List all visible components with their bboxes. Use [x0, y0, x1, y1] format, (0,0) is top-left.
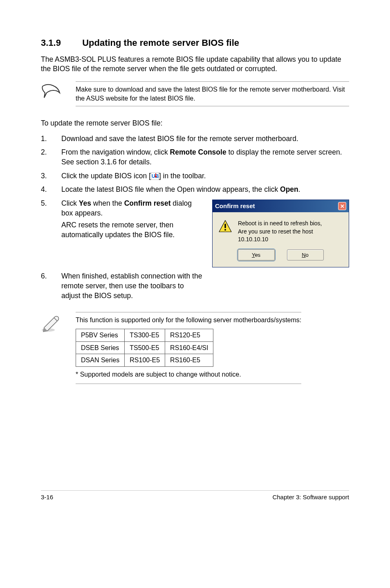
step-2-text-a: From the navigation window, click — [61, 148, 170, 156]
table-row: DSAN Series RS100-E5 RS160-E5 — [76, 354, 213, 367]
table-row: P5BV Series TS300-E5 RS120-E5 — [76, 329, 213, 341]
no-button[interactable]: No — [287, 249, 324, 261]
step-4-text-b: . — [298, 185, 300, 193]
step-2-bold: Remote Console — [170, 148, 226, 156]
step-5-text-b: when the — [91, 199, 124, 207]
step-5-subpara: ARC resets the remote server, then autom… — [61, 220, 204, 240]
step-4-bold: Open — [280, 185, 298, 193]
dialog-msg-line1: Reboot is in need to refresh bios, — [238, 220, 322, 228]
note-text: Make sure to download and save the lates… — [76, 81, 349, 106]
table-row: DSEB Series TS500-E5 RS160-E4/SI — [76, 341, 213, 354]
dialog-msg-line3: 10.10.10.10 — [238, 236, 322, 244]
table-cell: P5BV Series — [76, 329, 125, 341]
step-5-text-a: Click — [61, 199, 79, 207]
support-table: P5BV Series TS300-E5 RS120-E5 DSEB Serie… — [76, 329, 213, 367]
table-cell: DSAN Series — [76, 354, 125, 367]
page-footer: 3-16 Chapter 3: Software support — [41, 490, 349, 501]
dialog-msg-line2: Are you sure to reset the host — [238, 228, 322, 236]
table-cell: RS160-E4/SI — [165, 341, 213, 354]
chapter-label: Chapter 3: Software support — [272, 493, 349, 501]
step-5-bold-confirm: Confirm reset — [124, 199, 171, 207]
svg-rect-3 — [224, 224, 226, 228]
update-bios-icon: UB — [151, 173, 159, 180]
step-3: Click the update BIOS icon [UB] in the t… — [41, 171, 349, 181]
table-footnote: * Supported models are subject to change… — [76, 370, 301, 379]
dialog-titlebar: Confirm reset ✕ — [213, 200, 349, 212]
step-5: Click Yes when the Confirm reset dialog … — [41, 199, 349, 268]
step-6-text: When finished, establish connection with… — [61, 272, 204, 301]
section-number: 3.1.9 — [41, 37, 80, 49]
dialog-message: Reboot is in need to refresh bios, Are y… — [238, 220, 322, 244]
step-4-text-a: Locate the latest BIOS file when the Ope… — [61, 185, 280, 193]
warning-icon — [218, 220, 232, 233]
section-title: Updating the remote server BIOS file — [82, 38, 239, 48]
table-cell: RS100-E5 — [125, 354, 165, 367]
close-icon[interactable]: ✕ — [338, 202, 346, 210]
svg-point-4 — [224, 229, 226, 231]
table-cell: TS500-E5 — [125, 341, 165, 354]
section-heading: 3.1.9 Updating the remote server BIOS fi… — [41, 37, 349, 49]
table-cell: RS120-E5 — [165, 329, 213, 341]
step-3-text-b: ] in the toolbar. — [159, 172, 206, 180]
dialog-title-text: Confirm reset — [215, 202, 255, 210]
table-cell: TS300-E5 — [125, 329, 165, 341]
tip-icon — [41, 84, 61, 99]
confirm-reset-dialog: Confirm reset ✕ Reboot is in need to ref… — [212, 200, 349, 268]
step-4: Locate the latest BIOS file when the Ope… — [41, 185, 349, 195]
step-3-text-a: Click the update BIOS icon [ — [61, 172, 151, 180]
table-cell: RS160-E5 — [165, 354, 213, 367]
support-note-block: This function is supported only for the … — [41, 312, 349, 384]
steps-intro: To update the remote server BIOS file: — [41, 119, 349, 128]
table-cell: DSEB Series — [76, 341, 125, 354]
page-number: 3-16 — [41, 493, 53, 501]
yes-button[interactable]: Yes — [238, 249, 275, 261]
step-6: When finished, establish connection with… — [41, 272, 349, 301]
steps-list: Download and save the latest BIOS file f… — [41, 134, 349, 301]
intro-paragraph: The ASMB3-SOL PLUS features a remote BIO… — [41, 55, 349, 74]
step-1: Download and save the latest BIOS file f… — [41, 134, 349, 144]
step-5-bold-yes: Yes — [79, 199, 91, 207]
support-intro: This function is supported only for the … — [76, 316, 301, 325]
pencil-icon — [41, 314, 61, 332]
step-2: From the navigation window, click Remote… — [41, 148, 349, 167]
note-block: Make sure to download and save the lates… — [41, 81, 349, 106]
